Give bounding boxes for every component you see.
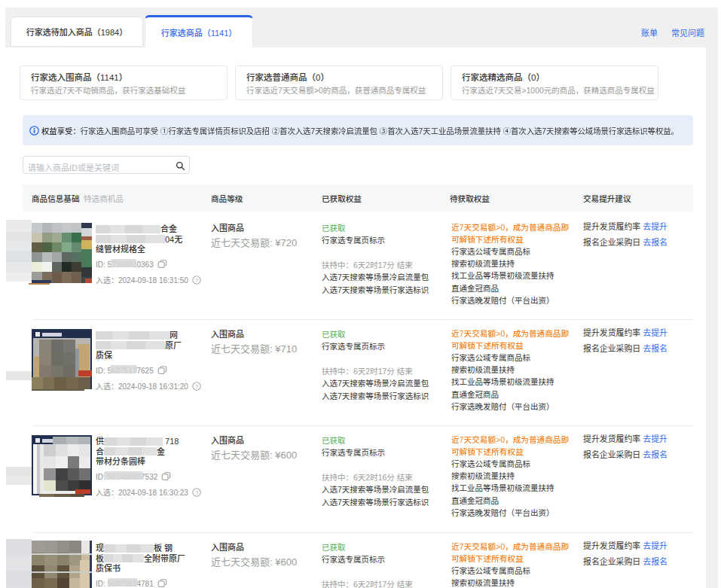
- svg-text:?: ?: [195, 383, 198, 390]
- svg-text:?: ?: [195, 489, 198, 496]
- svg-text:?: ?: [195, 277, 198, 284]
